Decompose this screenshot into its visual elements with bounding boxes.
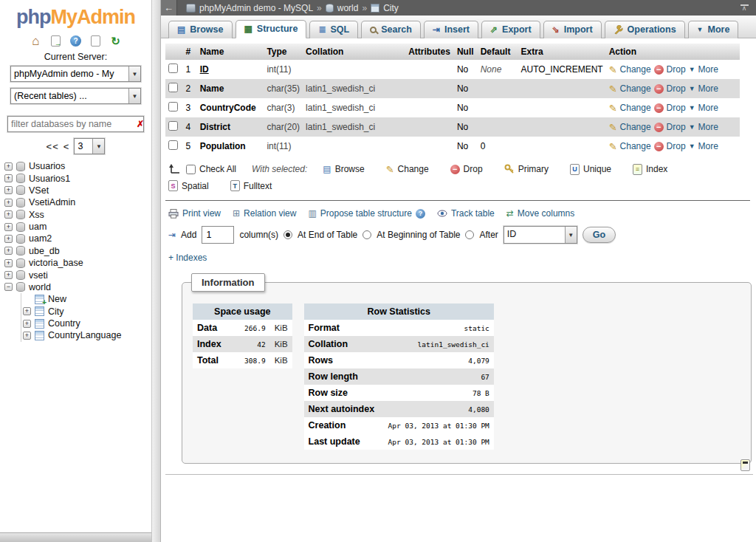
tab-more[interactable]: ▼More xyxy=(688,21,739,38)
page-prev-link[interactable]: < xyxy=(63,141,70,152)
mysql-docs-icon[interactable] xyxy=(89,35,102,47)
database-link[interactable]: victoria_base xyxy=(29,258,83,268)
reload-navigation-icon[interactable]: ↻ xyxy=(109,35,122,47)
selected-drop-button[interactable]: −Drop xyxy=(450,164,483,174)
expand-icon[interactable]: + xyxy=(4,247,13,255)
clear-filter-icon[interactable]: ✗ xyxy=(133,119,148,129)
database-link[interactable]: uam2 xyxy=(29,233,52,244)
selected-fulltext-button[interactable]: TFulltext xyxy=(230,180,272,191)
tab-browse[interactable]: ▤Browse xyxy=(168,21,233,38)
page-select[interactable]: 3 ▼ xyxy=(74,138,105,154)
col-header-hash[interactable]: # xyxy=(183,44,197,60)
check-all-label[interactable]: Check All xyxy=(199,164,236,174)
more-link[interactable]: More xyxy=(698,64,718,75)
tab-search[interactable]: Search xyxy=(361,21,421,38)
table-link[interactable]: CountryLanguage xyxy=(48,330,121,340)
col-header-default[interactable]: Default xyxy=(478,44,518,60)
tab-sql[interactable]: ≣SQL xyxy=(309,21,358,38)
radio-after-label[interactable]: After xyxy=(479,230,498,240)
drop-link[interactable]: Drop xyxy=(667,83,686,94)
tab-insert[interactable]: ⇥Insert xyxy=(424,21,478,38)
print-view-link[interactable]: Print view xyxy=(168,208,221,219)
radio-at-beginning[interactable] xyxy=(362,230,371,239)
database-link[interactable]: vseti xyxy=(29,270,48,281)
expand-icon[interactable]: + xyxy=(4,174,13,182)
table-link[interactable]: Country xyxy=(48,318,80,329)
expand-icon[interactable]: + xyxy=(4,259,13,267)
page-fast-prev-link[interactable]: << xyxy=(47,141,59,152)
breadcrumb-database-link[interactable]: world xyxy=(337,3,359,13)
back-button[interactable]: ← xyxy=(161,0,177,16)
drop-link[interactable]: Drop xyxy=(667,141,686,151)
col-header-collation[interactable]: Collation xyxy=(303,44,405,60)
relation-view-link[interactable]: ⊞Relation view xyxy=(233,208,296,219)
tab-import[interactable]: ⇘Import xyxy=(543,21,602,38)
documentation-icon[interactable]: ? xyxy=(69,35,82,47)
check-all-checkbox[interactable] xyxy=(186,165,196,174)
tab-operations[interactable]: Operations xyxy=(605,21,685,38)
recent-tables-select[interactable]: (Recent tables) ... ▼ xyxy=(10,88,141,104)
track-table-link[interactable]: Track table xyxy=(437,208,495,219)
database-link[interactable]: VSet xyxy=(29,185,49,196)
breadcrumb-table-link[interactable]: City xyxy=(383,3,399,13)
tab-export[interactable]: ⇗Export xyxy=(481,21,540,38)
col-header-type[interactable]: Type xyxy=(264,44,303,60)
expand-icon[interactable]: + xyxy=(23,332,31,340)
selected-browse-button[interactable]: ▤Browse xyxy=(323,164,364,174)
after-column-select[interactable]: ID ▼ xyxy=(504,226,577,244)
expand-icon[interactable]: + xyxy=(4,162,13,171)
selected-index-button[interactable]: ≡Index xyxy=(633,164,667,175)
tab-structure[interactable]: ▦Structure xyxy=(236,20,307,38)
database-link[interactable]: Usuarios1 xyxy=(29,174,70,184)
new-table-link[interactable]: New xyxy=(48,294,66,304)
database-link[interactable]: world xyxy=(29,282,51,292)
breadcrumb-server-link[interactable]: phpMyAdmin demo - MySQL xyxy=(199,3,313,13)
column-count-input[interactable] xyxy=(202,226,234,244)
database-link[interactable]: Xss xyxy=(29,210,44,220)
selected-spatial-button[interactable]: SSpatial xyxy=(168,180,209,191)
drop-link[interactable]: Drop xyxy=(667,122,686,132)
col-header-null[interactable]: Null xyxy=(454,44,478,60)
selected-primary-button[interactable]: Primary xyxy=(504,164,549,174)
help-icon[interactable]: ? xyxy=(416,209,425,219)
server-select[interactable]: phpMyAdmin demo - My ▼ xyxy=(10,66,141,82)
drop-link[interactable]: Drop xyxy=(667,103,686,113)
radio-at-end[interactable] xyxy=(284,230,292,239)
selected-change-button[interactable]: ✎Change xyxy=(386,164,429,175)
radio-at-beginning-label[interactable]: At Beginning of Table xyxy=(377,230,460,240)
row-checkbox[interactable] xyxy=(168,83,178,92)
col-header-name[interactable]: Name xyxy=(197,44,264,60)
change-link[interactable]: Change xyxy=(620,103,651,113)
change-link[interactable]: Change xyxy=(620,122,651,132)
row-checkbox[interactable] xyxy=(168,140,178,150)
phpmyadmin-logo[interactable]: phpMyAdmin xyxy=(0,0,151,30)
database-link[interactable]: Usuarios xyxy=(29,161,65,171)
row-checkbox[interactable] xyxy=(168,64,178,73)
open-new-window-icon[interactable] xyxy=(740,459,750,471)
more-link[interactable]: More xyxy=(698,103,718,113)
change-link[interactable]: Change xyxy=(620,64,651,75)
propose-structure-link[interactable]: ▥Propose table structure? xyxy=(308,208,425,219)
table-link[interactable]: City xyxy=(48,306,64,317)
row-checkbox[interactable] xyxy=(168,121,178,131)
home-icon[interactable]: ⌂ xyxy=(30,35,42,47)
expand-icon[interactable]: + xyxy=(23,307,31,315)
database-link[interactable]: uam xyxy=(29,222,47,232)
sidebar-resize-handle[interactable] xyxy=(151,0,161,542)
col-header-attributes[interactable]: Attributes xyxy=(405,44,454,60)
more-link[interactable]: More xyxy=(698,141,718,151)
filter-databases-input[interactable] xyxy=(8,117,133,131)
database-link[interactable]: ube_db xyxy=(29,246,60,256)
indexes-toggle-link[interactable]: + Indexes xyxy=(168,253,207,263)
radio-after[interactable] xyxy=(465,230,474,239)
expand-icon[interactable]: + xyxy=(23,320,31,328)
expand-icon[interactable]: + xyxy=(4,223,13,231)
col-header-extra[interactable]: Extra xyxy=(518,44,606,60)
more-link[interactable]: More xyxy=(698,122,718,132)
logout-icon[interactable]: → xyxy=(49,35,62,47)
expand-icon[interactable]: + xyxy=(4,186,13,194)
row-checkbox[interactable] xyxy=(168,102,178,112)
collapse-panel-icon[interactable]: ∧ xyxy=(737,4,756,11)
change-link[interactable]: Change xyxy=(620,83,651,94)
database-link[interactable]: VsetiAdmin xyxy=(29,197,75,207)
